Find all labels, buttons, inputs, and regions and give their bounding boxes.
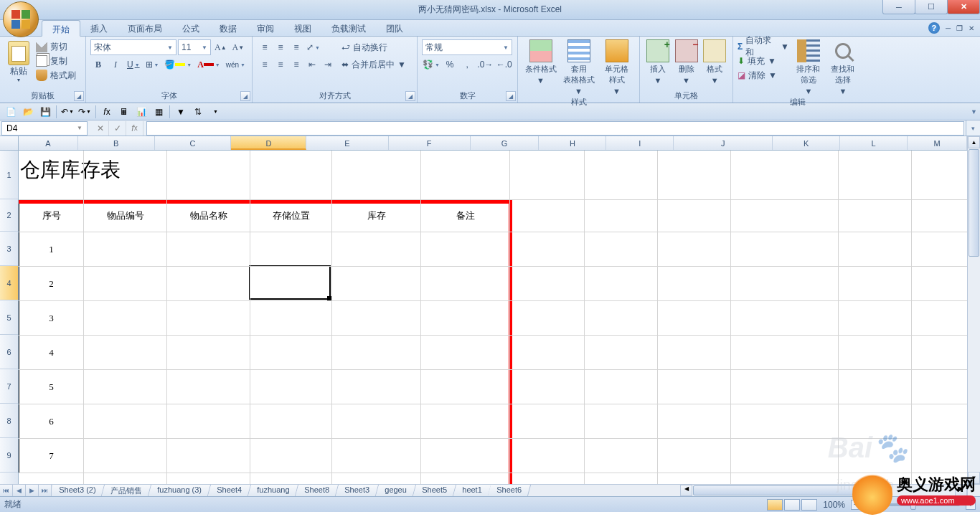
qat-undo[interactable]: ↶▼ <box>60 105 75 119</box>
align-left-button[interactable]: ≡ <box>257 57 273 72</box>
select-all-corner[interactable] <box>0 136 19 151</box>
sheet-tab-1[interactable]: 产品销售 <box>102 485 151 496</box>
formula-input[interactable] <box>146 121 964 136</box>
zoom-level[interactable]: 100% <box>823 500 845 510</box>
col-header-I[interactable]: I <box>606 136 674 150</box>
format-cells-button[interactable]: 格式▼ <box>701 39 728 85</box>
paste-button[interactable]: 粘贴 ▼ <box>4 38 33 82</box>
qat-redo[interactable]: ↷▼ <box>77 105 93 119</box>
help-icon[interactable]: ? <box>928 22 940 34</box>
row-header-9[interactable]: 9 <box>0 438 18 473</box>
view-normal-button[interactable] <box>767 499 783 511</box>
merge-center-button[interactable]: ⬌合并后居中▼ <box>340 57 407 72</box>
row-header-6[interactable]: 6 <box>0 335 18 369</box>
sheet-tab-10[interactable]: Sheet6 <box>488 485 531 496</box>
col-header-K[interactable]: K <box>773 136 840 150</box>
col-header-E[interactable]: E <box>306 136 388 150</box>
cell-styles-button[interactable]: 单元格 样式▼ <box>598 39 635 95</box>
font-dialog-launcher[interactable]: ◢ <box>240 91 250 101</box>
qat-save[interactable]: 💾 <box>37 105 53 119</box>
border-button[interactable]: ⊞▼ <box>143 57 161 72</box>
font-name-dropdown[interactable]: 宋体▼ <box>90 39 176 55</box>
sheet-tab-8[interactable]: Sheet5 <box>413 485 456 496</box>
col-header-D[interactable]: D <box>231 136 306 150</box>
col-header-F[interactable]: F <box>389 136 471 150</box>
clipboard-dialog-launcher[interactable]: ◢ <box>74 91 84 101</box>
col-header-H[interactable]: H <box>539 136 606 150</box>
col-header-L[interactable]: L <box>840 136 908 150</box>
decrease-decimal-button[interactable]: ←.0 <box>496 57 513 72</box>
enter-formula-button[interactable]: ✓ <box>109 121 126 136</box>
doc-restore[interactable]: ❐ <box>956 24 963 32</box>
grow-font-button[interactable]: A▲ <box>212 39 229 55</box>
decrease-indent-button[interactable]: ⇤ <box>304 57 320 72</box>
sheet-tab-9[interactable]: heet1 <box>453 485 491 496</box>
col-header-J[interactable]: J <box>674 136 773 150</box>
minimize-button[interactable] <box>882 0 915 14</box>
sheet-nav-prev[interactable]: ◀ <box>13 485 26 496</box>
col-header-B[interactable]: B <box>78 136 155 150</box>
delete-cells-button[interactable]: 删除▼ <box>673 39 700 85</box>
tab-team[interactable]: 团队 <box>376 20 413 36</box>
align-bottom-button[interactable]: ≡ <box>288 39 304 55</box>
row-header-1[interactable]: 1 <box>0 151 18 199</box>
tab-data[interactable]: 数据 <box>209 20 247 36</box>
sheet-tab-7[interactable]: gegeu <box>376 485 416 496</box>
qat-open[interactable]: 📂 <box>20 105 36 119</box>
qat-chart[interactable]: 📊 <box>133 105 149 119</box>
bold-button[interactable]: B <box>90 57 106 72</box>
percent-button[interactable]: % <box>442 57 458 72</box>
format-as-table-button[interactable]: 套用 表格格式▼ <box>560 39 597 95</box>
sheet-tab-6[interactable]: Sheet3 <box>336 485 379 496</box>
inventory-table[interactable]: 序号物品编号物品名称存储位置库存备注1234567 <box>19 199 510 473</box>
find-select-button[interactable]: 查找和 选择▼ <box>828 39 858 95</box>
tab-review[interactable]: 审阅 <box>247 20 284 36</box>
fill-color-button[interactable]: 🪣▼ <box>162 57 194 72</box>
comma-button[interactable]: , <box>459 57 475 72</box>
qat-table[interactable]: ▦ <box>151 105 166 119</box>
col-header-G[interactable]: G <box>471 136 540 150</box>
align-center-button[interactable]: ≡ <box>273 57 288 72</box>
orientation-button[interactable]: ⤢▼ <box>304 39 322 55</box>
align-right-button[interactable]: ≡ <box>288 57 304 72</box>
increase-decimal-button[interactable]: .0→ <box>476 57 494 72</box>
row-header-7[interactable]: 7 <box>0 369 18 404</box>
tab-formulas[interactable]: 公式 <box>172 20 209 36</box>
font-color-button[interactable]: A▼ <box>195 57 222 72</box>
tab-loadtest[interactable]: 负载测试 <box>321 20 376 36</box>
row-header-8[interactable]: 8 <box>0 404 18 438</box>
qat-function[interactable]: fx <box>99 105 115 119</box>
align-dialog-launcher[interactable]: ◢ <box>405 91 415 101</box>
sheet-tab-5[interactable]: Sheet8 <box>296 485 339 496</box>
tab-insert[interactable]: 插入 <box>80 20 118 36</box>
underline-button[interactable]: U▼ <box>125 57 142 72</box>
shrink-font-button[interactable]: A▼ <box>230 39 247 55</box>
vertical-scrollbar[interactable]: ▲▼ <box>967 136 980 484</box>
sheet-nav-next[interactable]: ▶ <box>26 485 39 496</box>
row-header-4[interactable]: 4 <box>0 266 18 300</box>
expand-formula-bar[interactable]: ▾ <box>966 120 980 136</box>
row-header-2[interactable]: 2 <box>0 199 18 232</box>
italic-button[interactable]: I <box>108 57 123 72</box>
col-header-M[interactable]: M <box>908 136 967 150</box>
cut-button[interactable]: 剪切 <box>36 39 76 54</box>
tab-home[interactable]: 开始 <box>42 20 80 37</box>
cancel-formula-button[interactable]: ✕ <box>92 121 109 136</box>
number-format-dropdown[interactable]: 常规▼ <box>422 39 512 55</box>
fill-button[interactable]: ⬇填充▼ <box>738 54 789 68</box>
qat-customize[interactable]: ▼ <box>207 105 223 119</box>
increase-indent-button[interactable]: ⇥ <box>320 57 336 72</box>
align-top-button[interactable]: ≡ <box>257 39 273 55</box>
maximize-button[interactable] <box>915 0 948 14</box>
name-box[interactable]: D4▼ <box>1 121 88 136</box>
doc-minimize[interactable]: ─ <box>946 24 951 32</box>
qat-new[interactable]: 📄 <box>3 105 19 119</box>
col-header-A[interactable]: A <box>19 136 78 150</box>
clear-button[interactable]: ◪清除▼ <box>738 68 789 82</box>
tab-view[interactable]: 视图 <box>284 20 321 36</box>
insert-function-button[interactable]: fx <box>126 121 143 136</box>
sheet-tab-0[interactable]: Sheet3 (2) <box>52 485 105 496</box>
wrap-text-button[interactable]: ⮐自动换行 <box>340 39 407 55</box>
sheet-nav-first[interactable]: ⏮ <box>0 485 13 496</box>
doc-close[interactable]: ✕ <box>969 24 974 32</box>
